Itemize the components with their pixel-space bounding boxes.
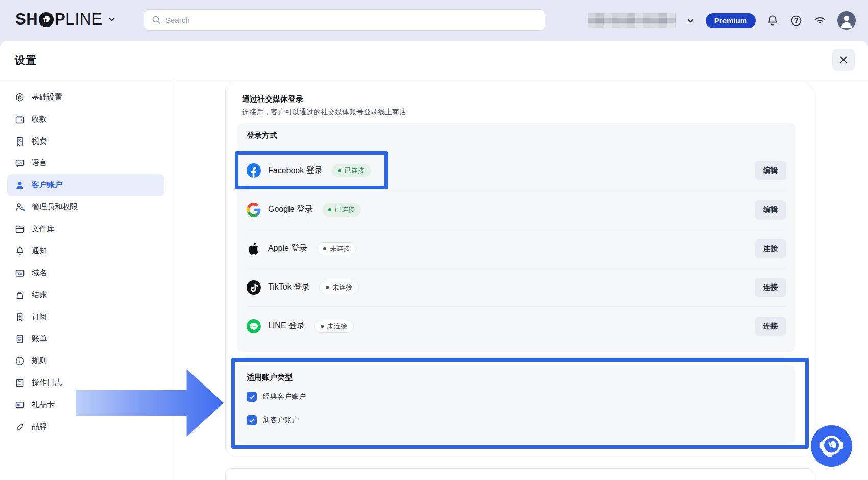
checkbox-checked-icon[interactable] [247,392,257,402]
sidebar-item-admins-permissions[interactable]: 管理员和权限 [7,196,164,218]
connect-apple-button[interactable]: 连接 [755,239,786,258]
sidebar-item-subscription[interactable]: 订阅 [7,306,164,328]
shopline-mascot-icon [38,12,54,28]
sidebar-item-tax[interactable]: 税费 [7,130,164,152]
subscription-icon [15,312,25,322]
logo-text-line: LINE [65,10,103,29]
network-wifi-icon[interactable] [813,14,827,27]
settings-sidebar: 基础设置 收款 税费 EN 语言 客户账户 [0,78,172,480]
status-badge: 未连接 [317,242,356,255]
notifications-bell-icon[interactable] [766,14,779,27]
line-icon: LINE [247,319,261,333]
connect-line-button[interactable]: 连接 [755,317,786,336]
help-icon[interactable] [790,14,803,27]
social-login-subtitle: 连接后，客户可以通过的社交媒体账号登录线上商店 [242,108,406,117]
account-types-panel: 适用账户类型 经典客户账户 新客户账户 [237,365,795,444]
payments-icon [15,114,25,125]
facebook-icon [247,163,261,178]
sidebar-item-brand[interactable]: 品牌 [7,416,164,438]
login-methods-panel: 登录方式 Facebook 登录 已连接 编辑 [237,123,795,352]
headset-mascot-icon [811,425,852,467]
login-method-name: TikTok 登录 [268,282,310,293]
status-badge: 已连接 [322,203,361,217]
language-icon: EN [15,158,25,169]
global-search [144,9,545,31]
status-text: 已连接 [335,205,355,214]
brand-icon [15,422,25,432]
status-badge: 未连接 [314,320,354,333]
svg-text:LINE: LINE [251,325,256,327]
sidebar-item-checkout[interactable]: 结账 [7,284,164,306]
next-settings-card [225,468,813,480]
close-icon [839,55,848,64]
sidebar-item-basic-settings[interactable]: 基础设置 [7,86,164,108]
rules-icon [15,356,25,366]
status-text: 已连接 [345,166,365,175]
user-avatar[interactable] [837,11,856,30]
sidebar-item-notifications[interactable]: 通知 [7,240,164,262]
new-account-option[interactable]: 新客户账户 [247,415,299,425]
status-badge: 已连接 [332,164,371,177]
classic-account-option[interactable]: 经典客户账户 [247,392,306,402]
login-row-apple: Apple 登录 未连接 连接 [247,229,786,268]
store-chevron-down-icon[interactable] [686,16,695,25]
logo-text-p: P [55,10,65,29]
sidebar-item-customer-accounts[interactable]: 客户账户 [7,174,164,196]
status-dot [326,286,329,289]
sidebar-item-label: 文件库 [32,224,55,234]
checkbox-checked-icon[interactable] [247,415,257,425]
sidebar-item-label: 品牌 [32,422,47,431]
login-methods-list: Facebook 登录 已连接 编辑 Google 登录 已连接 编辑 [247,151,786,345]
sidebar-item-rules[interactable]: 规则 [7,350,164,372]
sidebar-item-label: 基础设置 [32,92,62,102]
search-input[interactable] [165,16,538,25]
settings-body: 基础设置 收款 税费 EN 语言 客户账户 [0,78,868,480]
tax-icon [15,136,25,147]
chevron-down-icon[interactable] [108,15,116,23]
customer-accounts-icon [15,180,25,190]
login-method-name: Facebook 登录 [268,165,323,176]
google-icon [247,203,261,217]
sidebar-item-files[interactable]: 文件库 [7,218,164,240]
sidebar-item-label: 收款 [32,114,47,124]
sidebar-item-payments[interactable]: 收款 [7,108,164,130]
apple-icon [247,242,261,256]
status-dot [323,247,326,250]
sidebar-item-billing[interactable]: 账单 [7,328,164,350]
sidebar-item-label: 税费 [32,136,47,146]
topbar-right-group: Premium [588,0,856,41]
sidebar-item-label: 账单 [32,334,47,344]
files-icon [15,224,25,234]
sidebar-item-label: 管理员和权限 [32,202,78,212]
logo-text-sh: SH [15,10,38,29]
login-row-tiktok: TikTok 登录 未连接 连接 [247,268,786,306]
svg-text:EN: EN [18,161,22,164]
page-title: 设置 [15,53,36,67]
login-methods-title: 登录方式 [247,131,277,140]
sidebar-item-domains[interactable]: 域名 [7,262,164,284]
social-login-title: 通过社交媒体登录 [242,94,303,104]
premium-badge[interactable]: Premium [706,13,756,28]
login-row-facebook: Facebook 登录 已连接 编辑 [247,151,786,190]
sidebar-item-label: 客户账户 [32,180,62,190]
status-badge: 未连接 [319,281,359,294]
gift-card-icon [15,400,25,410]
sidebar-item-label: 规则 [32,356,47,366]
settings-content: 通过社交媒体登录 连接后，客户可以通过的社交媒体账号登录线上商店 登录方式 Fa… [172,78,868,480]
sidebar-item-gift-card[interactable]: 礼品卡 [7,394,164,416]
connect-tiktok-button[interactable]: 连接 [755,278,786,297]
checkbox-label: 新客户账户 [263,416,299,425]
edit-google-button[interactable]: 编辑 [755,200,786,220]
support-chat-button[interactable] [811,425,852,467]
admins-permissions-icon [15,202,25,212]
settings-header: 设置 [0,41,868,78]
sidebar-item-activity-log[interactable]: 操作日志 [7,372,164,394]
close-button[interactable] [832,49,855,71]
sidebar-item-label: 礼品卡 [32,400,55,410]
sidebar-item-language[interactable]: EN 语言 [7,152,164,174]
search-icon [152,15,161,25]
sidebar-item-label: 语言 [32,158,47,168]
settings-page: SH P LINE [0,0,868,480]
edit-facebook-button[interactable]: 编辑 [755,161,786,180]
shopline-logo-group[interactable]: SH P LINE [15,10,116,29]
